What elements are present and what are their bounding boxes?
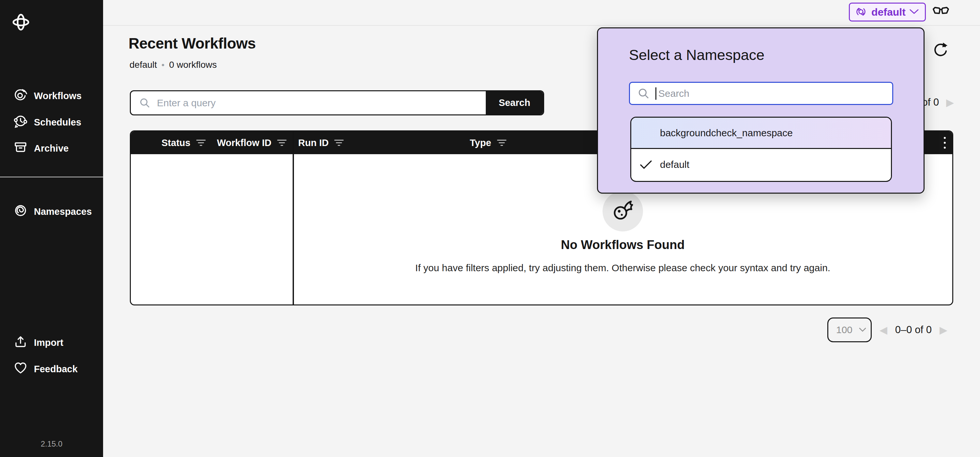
workflow-search-bar: Search bbox=[130, 90, 544, 116]
sidebar-item-workflows[interactable]: Workflows bbox=[13, 87, 81, 105]
modal-title: Select a Namespace bbox=[629, 47, 764, 63]
next-page-icon[interactable]: ▶ bbox=[946, 97, 954, 108]
filter-icon[interactable] bbox=[277, 138, 287, 148]
empty-state-title: No Workflows Found bbox=[362, 238, 884, 252]
sidebar-item-label: Feedback bbox=[34, 364, 78, 374]
sidebar-item-label: Namespaces bbox=[34, 206, 92, 217]
empty-state-description: If you have filters applied, try adjusti… bbox=[362, 262, 884, 273]
page-range-label: 0–0 of 0 bbox=[895, 324, 932, 336]
namespace-option-label: default bbox=[660, 159, 689, 170]
sidebar-divider bbox=[0, 177, 103, 177]
namespace-option-backgroundcheck[interactable]: backgroundcheck_namespace bbox=[631, 118, 891, 149]
sidebar: Workflows Schedules bbox=[0, 0, 103, 457]
column-options-kebab-icon[interactable] bbox=[943, 136, 947, 151]
temporal-logo-icon[interactable] bbox=[13, 13, 29, 33]
column-header-workflow-id: Workflow ID bbox=[217, 132, 287, 154]
namespace-options-list: backgroundcheck_namespace default bbox=[630, 117, 892, 182]
sidebar-item-label: Archive bbox=[34, 143, 68, 154]
sidebar-item-label: Import bbox=[34, 337, 63, 348]
current-namespace-label: default bbox=[871, 6, 905, 18]
page-title: Recent Workflows bbox=[129, 35, 256, 52]
empty-state: No Workflows Found If you have filters a… bbox=[362, 191, 884, 273]
column-label: Status bbox=[161, 138, 191, 148]
column-label: Workflow ID bbox=[217, 138, 271, 148]
sidebar-item-namespaces[interactable]: Namespaces bbox=[13, 203, 92, 221]
page-subtitle: default • 0 workflows bbox=[129, 60, 216, 70]
top-bar bbox=[103, 0, 980, 26]
pagination-bottom: 100 ◀ 0–0 of 0 ▶ bbox=[827, 317, 947, 342]
heart-icon bbox=[13, 360, 28, 378]
page-size-select[interactable]: 100 bbox=[827, 317, 872, 342]
schedules-icon bbox=[13, 114, 28, 131]
search-icon bbox=[139, 97, 150, 108]
search-icon bbox=[638, 88, 649, 99]
namespace-option-default[interactable]: default bbox=[631, 149, 891, 180]
refresh-icon[interactable] bbox=[932, 41, 949, 59]
sidebar-item-label: Workflows bbox=[34, 90, 81, 102]
previous-page-icon[interactable]: ◀ bbox=[880, 325, 887, 335]
column-header-status: Status bbox=[161, 132, 206, 154]
checkmark-icon bbox=[640, 160, 652, 169]
chevron-down-icon bbox=[910, 9, 919, 15]
upload-icon bbox=[13, 334, 28, 351]
glasses-icon[interactable] bbox=[932, 6, 949, 19]
chevron-down-icon bbox=[859, 328, 866, 332]
sidebar-item-label: Schedules bbox=[34, 117, 81, 128]
sidebar-item-feedback[interactable]: Feedback bbox=[13, 360, 78, 378]
namespace-search-input[interactable] bbox=[656, 88, 892, 99]
temporal-ui: Workflows Schedules bbox=[0, 0, 980, 457]
page-size-value: 100 bbox=[836, 324, 853, 335]
column-divider bbox=[293, 132, 294, 305]
namespace-cycle-icon bbox=[854, 5, 867, 19]
archive-box-icon bbox=[13, 140, 28, 157]
workflow-count: 0 workflows bbox=[169, 60, 216, 70]
filter-icon[interactable] bbox=[196, 138, 206, 148]
namespace-name: default bbox=[129, 60, 157, 70]
sidebar-item-schedules[interactable]: Schedules bbox=[13, 114, 81, 131]
query-input[interactable] bbox=[150, 97, 486, 108]
column-header-type: Type bbox=[470, 132, 507, 154]
workflows-icon bbox=[13, 87, 28, 105]
filter-icon[interactable] bbox=[496, 138, 507, 148]
column-header-run-id: Run ID bbox=[298, 132, 344, 154]
dot-separator: • bbox=[161, 60, 164, 70]
comet-icon bbox=[603, 191, 643, 232]
column-label: Type bbox=[470, 138, 491, 148]
namespace-search-field bbox=[629, 82, 893, 105]
namespace-switcher-button[interactable]: default bbox=[849, 3, 926, 22]
column-label: Run ID bbox=[298, 138, 329, 148]
sidebar-item-import[interactable]: Import bbox=[13, 334, 63, 351]
version-label: 2.15.0 bbox=[0, 440, 103, 449]
namespace-select-modal: Select a Namespace backgroundcheck_names… bbox=[597, 27, 924, 194]
next-page-icon[interactable]: ▶ bbox=[940, 325, 947, 335]
search-button[interactable]: Search bbox=[486, 91, 543, 114]
namespaces-icon bbox=[13, 203, 28, 221]
sidebar-item-archive[interactable]: Archive bbox=[13, 140, 68, 157]
filter-icon[interactable] bbox=[334, 138, 344, 148]
namespace-option-label: backgroundcheck_namespace bbox=[660, 127, 793, 138]
